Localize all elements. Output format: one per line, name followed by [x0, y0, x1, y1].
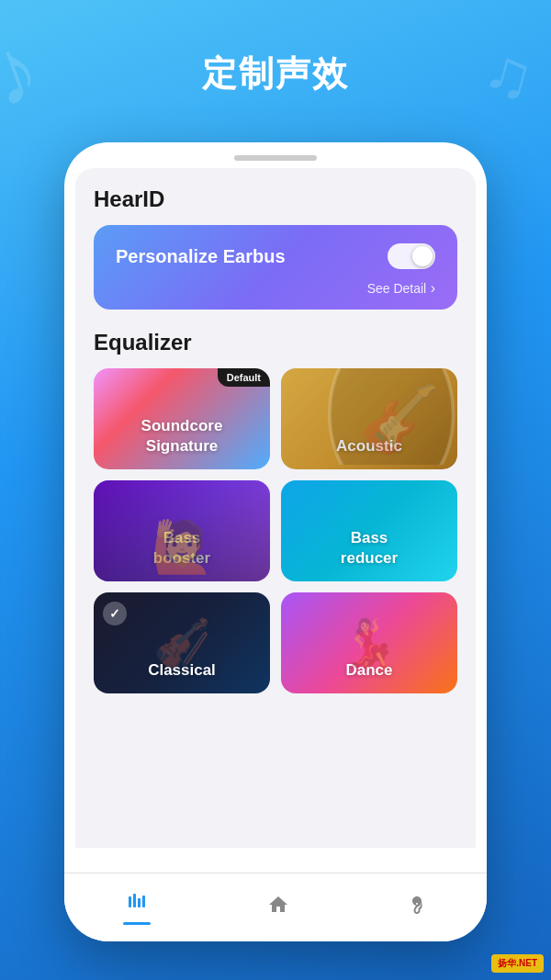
- hearid-label: Personalize Earbus: [116, 246, 286, 267]
- eq-card-soundcore[interactable]: Default SoundcoreSignature: [94, 368, 270, 469]
- phone-content: HearID Personalize Earbus See Detail Equ…: [75, 168, 476, 848]
- hearid-row: Personalize Earbus: [116, 243, 435, 269]
- eq-card-bass-reducer[interactable]: Bassreducer: [281, 480, 457, 581]
- svg-rect-3: [142, 896, 145, 907]
- home-nav-icon: [267, 894, 289, 921]
- eq-card-dance[interactable]: 💃 Dance: [281, 592, 457, 693]
- equalizer-title: Equalizer: [94, 330, 457, 355]
- svg-rect-2: [138, 898, 141, 907]
- equalizer-grid: Default SoundcoreSignature 🎸 Acoustic 🙋 …: [94, 368, 457, 693]
- eq-label-bass-reducer: Bassreducer: [294, 528, 444, 569]
- eq-card-acoustic[interactable]: 🎸 Acoustic: [281, 368, 457, 469]
- default-badge: Default: [218, 368, 270, 387]
- personalize-toggle[interactable]: [388, 243, 435, 269]
- classical-bg-icon: 🎻: [94, 592, 270, 693]
- phone-frame: HearID Personalize Earbus See Detail Equ…: [64, 142, 487, 941]
- svg-rect-1: [133, 894, 136, 907]
- ear-nav-icon: [406, 894, 428, 921]
- concert-icon: 🙋: [94, 480, 270, 581]
- page-title: 定制声效: [0, 0, 551, 125]
- phone-notch: [234, 155, 317, 161]
- nav-equalizer[interactable]: [105, 884, 169, 932]
- hearid-title: HearID: [94, 186, 457, 212]
- svg-rect-0: [129, 896, 131, 907]
- nav-home[interactable]: [249, 886, 308, 929]
- nav-active-indicator: [123, 922, 151, 925]
- phone-top-bar: [64, 142, 487, 168]
- equalizer-nav-icon: [126, 891, 148, 918]
- watermark: 扬华.NET: [491, 954, 544, 973]
- hearid-card[interactable]: Personalize Earbus See Detail: [94, 225, 457, 310]
- guitar-icon: 🎸: [347, 368, 453, 469]
- see-detail-link[interactable]: See Detail: [116, 280, 435, 297]
- nav-hear[interactable]: [388, 886, 446, 929]
- bottom-nav: [64, 873, 487, 941]
- eq-label-soundcore: SoundcoreSignature: [107, 416, 257, 456]
- eq-card-classical[interactable]: ✓ 🎻 Classical: [94, 592, 270, 693]
- dance-bg-icon: 💃: [281, 592, 457, 693]
- eq-card-bass-booster[interactable]: 🙋 Bassbooster: [94, 480, 270, 581]
- equalizer-section: Equalizer Default SoundcoreSignature 🎸 A…: [94, 330, 457, 693]
- toggle-knob: [412, 246, 433, 266]
